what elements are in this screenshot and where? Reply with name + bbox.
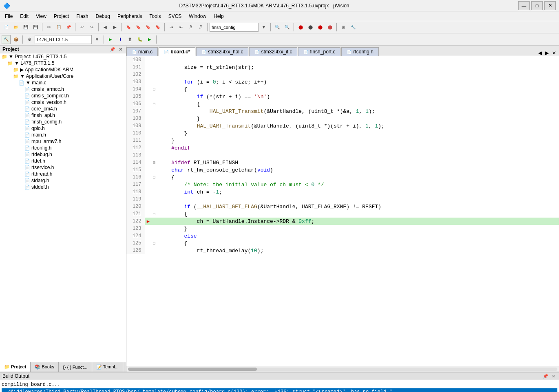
line-fold-117[interactable]: [151, 181, 157, 188]
line-code-123[interactable]: }: [157, 225, 559, 232]
line-fold-122[interactable]: [151, 218, 157, 225]
tree-item-app_user[interactable]: 📁▼ Application/User/Core: [0, 73, 126, 79]
project-tab-templ[interactable]: 📝 Templ...: [92, 362, 123, 372]
tree-item-rtdebug[interactable]: 📄rtdebug.h: [0, 151, 126, 158]
unindent-button[interactable]: ⇤: [177, 23, 186, 32]
uncomment-button[interactable]: //: [196, 23, 205, 32]
start-debug-button[interactable]: ▶: [106, 35, 115, 44]
line-fold-110[interactable]: [151, 130, 157, 137]
build-output-content[interactable]: compiling board.c...../Middlewares/Third…: [0, 380, 559, 392]
line-fold-114[interactable]: ⊟: [151, 159, 157, 166]
line-code-118[interactable]: int ch = -1;: [157, 188, 559, 196]
line-code-103[interactable]: for (i = 0; i < size; i++): [157, 78, 559, 86]
line-fold-118[interactable]: [151, 188, 157, 196]
tree-item-main_h[interactable]: 📄main.h: [0, 132, 126, 138]
line-fold-105[interactable]: [151, 93, 157, 100]
line-code-111[interactable]: }: [157, 137, 559, 144]
project-dropdown[interactable]: L476_RTT3.1.5: [35, 35, 92, 44]
tree-item-finsh_api[interactable]: 📄finsh_api.h: [0, 112, 126, 119]
line-code-120[interactable]: if (__HAL_UART_GET_FLAG(&UartHandle, UAR…: [157, 203, 559, 210]
save-all-button[interactable]: 💾: [31, 23, 40, 32]
line-fold-124[interactable]: [151, 232, 157, 240]
bookmark3-button[interactable]: 🔖: [144, 23, 152, 32]
line-fold-109[interactable]: [151, 122, 157, 130]
tree-item-cmsis_compiler[interactable]: 📄cmsis_compiler.h: [0, 92, 126, 99]
project-tab-books[interactable]: 📚 Books: [31, 362, 59, 372]
line-fold-106[interactable]: ⊟: [151, 100, 157, 108]
line-fold-123[interactable]: [151, 225, 157, 232]
menu-item-help[interactable]: Help: [210, 13, 227, 20]
tree-item-main_c[interactable]: 📄▼ main.c: [0, 79, 126, 86]
line-fold-101[interactable]: [151, 64, 157, 71]
line-code-114[interactable]: #ifdef RT_USING_FINSH: [157, 159, 559, 166]
tree-item-mpu_armv7[interactable]: 📄mpu_armv7.h: [0, 138, 126, 145]
line-fold-108[interactable]: [151, 115, 157, 122]
editor-tab-stm32l4xx-it-c[interactable]: 📄stm32l4xx_it.c: [249, 47, 297, 56]
menu-item-view[interactable]: View: [33, 13, 50, 20]
code-editor[interactable]: 100101 size = rt_strlen(str);102103 for …: [126, 56, 559, 366]
find-button[interactable]: 🔍: [283, 23, 292, 32]
paste-button[interactable]: 📌: [64, 23, 73, 32]
line-code-101[interactable]: size = rt_strlen(str);: [157, 64, 559, 71]
project-settings-button[interactable]: ⚙: [25, 35, 34, 44]
editor-tab-board-c-[interactable]: 📄board.c*: [159, 47, 195, 56]
tab-close-all[interactable]: ✕: [551, 50, 557, 56]
close-button[interactable]: ✕: [544, 1, 556, 10]
erase-button[interactable]: 🗑: [126, 35, 135, 44]
menu-item-project[interactable]: Project: [51, 13, 72, 20]
new-file-button[interactable]: 📄: [2, 23, 11, 32]
line-fold-104[interactable]: ⊟: [151, 86, 157, 93]
line-fold-107[interactable]: [151, 108, 157, 115]
bookmark2-button[interactable]: 🔖: [134, 23, 143, 32]
nav-back-button[interactable]: ◀: [101, 23, 110, 32]
undo-button[interactable]: ↩: [77, 23, 86, 32]
pin-icon[interactable]: 📌: [108, 47, 117, 52]
line-fold-115[interactable]: [151, 166, 157, 174]
tree-item-app_mdk[interactable]: 📁▶ Application/MDK-ARM: [0, 66, 126, 73]
indent-button[interactable]: ⇥: [167, 23, 176, 32]
search-button[interactable]: 🔍: [273, 23, 282, 32]
line-code-117[interactable]: /* Note: the initial value of ch must < …: [157, 181, 559, 188]
line-fold-120[interactable]: [151, 203, 157, 210]
tree-item-core_cm4[interactable]: 📄core_cm4.h: [0, 106, 126, 112]
tree-item-finsh_config[interactable]: 📄finsh_config.h: [0, 119, 126, 125]
tree-item-rtservice[interactable]: 📄rtservice.h: [0, 164, 126, 171]
minimize-button[interactable]: —: [518, 1, 530, 10]
project-tab-funct[interactable]: {} { } Funct...: [59, 362, 92, 372]
line-code-102[interactable]: [157, 71, 559, 78]
line-code-126[interactable]: rt_thread_mdelay(10);: [157, 247, 559, 254]
debug-button[interactable]: ⬤: [316, 23, 325, 32]
window-layout-button[interactable]: ⊞: [339, 23, 348, 32]
line-fold-113[interactable]: [151, 152, 157, 159]
menu-item-debug[interactable]: Debug: [93, 13, 113, 20]
menu-item-file[interactable]: File: [2, 13, 16, 20]
copy-button[interactable]: 📋: [54, 23, 63, 32]
tree-item-rtconfig[interactable]: 📄rtconfig.h: [0, 145, 126, 151]
line-fold-125[interactable]: ⊟: [151, 240, 157, 247]
menu-item-peripherals[interactable]: Peripherals: [114, 13, 146, 20]
menu-item-edit[interactable]: Edit: [17, 13, 32, 20]
line-fold-111[interactable]: [151, 137, 157, 144]
line-code-116[interactable]: {: [157, 174, 559, 181]
dropdown-arrow[interactable]: ▼: [259, 23, 268, 32]
options-button[interactable]: ⬤: [325, 23, 334, 32]
menu-item-flash[interactable]: Flash: [73, 13, 91, 20]
nav-forward-button[interactable]: ▶: [110, 23, 119, 32]
tree-item-stdarg[interactable]: 📄stdarg.h: [0, 177, 126, 184]
load-button[interactable]: 📦: [11, 35, 20, 44]
stop-button[interactable]: ⬤: [306, 23, 315, 32]
tree-item-stddef[interactable]: 📄stddef.h: [0, 184, 126, 190]
line-fold-100[interactable]: [151, 56, 157, 64]
open-button[interactable]: 📂: [11, 23, 20, 32]
redo-button[interactable]: ↪: [87, 23, 96, 32]
settings-button[interactable]: 🔧: [349, 23, 358, 32]
project-tab-project[interactable]: 📁 Project: [0, 362, 31, 372]
bookmark4-button[interactable]: 🔖: [153, 23, 162, 32]
debug2-button[interactable]: 🐛: [135, 35, 144, 44]
menu-item-window[interactable]: Window: [186, 13, 210, 20]
line-code-108[interactable]: }: [157, 115, 559, 122]
line-code-115[interactable]: char rt_hw_console_getchar(void): [157, 166, 559, 174]
tree-item-cmsis_armcc[interactable]: 📄cmsis_armcc.h: [0, 86, 126, 92]
run2-button[interactable]: ▶: [145, 35, 154, 44]
menu-item-svcs[interactable]: SVCS: [165, 13, 185, 20]
